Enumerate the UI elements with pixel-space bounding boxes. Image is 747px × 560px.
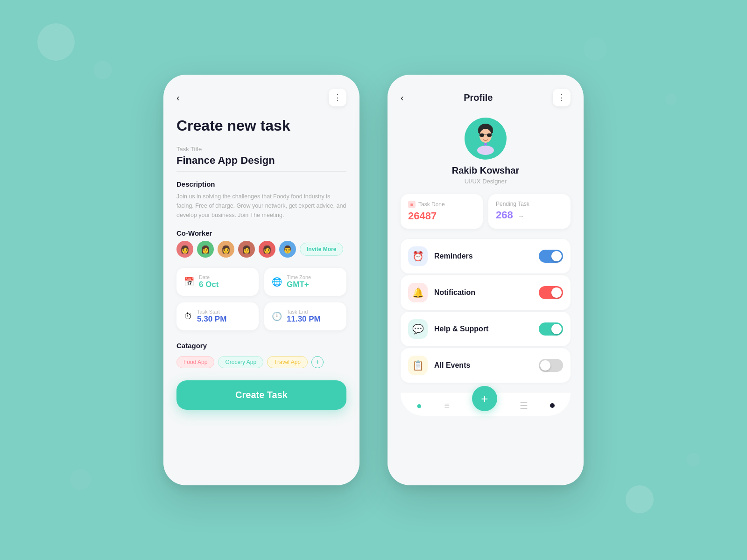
avatar-3[interactable]: 👩 (218, 241, 234, 258)
notification-toggle[interactable] (539, 286, 563, 299)
task-start-card[interactable]: ⏱ Task Start 5.30 PM (176, 302, 259, 330)
profile-title: Profile (404, 92, 553, 103)
all-events-icon: 📋 (412, 360, 424, 371)
task-title-value: Finance App Design (176, 154, 346, 172)
help-support-icon: 💬 (412, 323, 424, 335)
back-button[interactable]: ‹ (176, 92, 180, 103)
notification-icon: 🔔 (412, 287, 424, 298)
create-task-button[interactable]: Create Task (176, 380, 346, 410)
nav-menu-icon[interactable]: ☰ (520, 400, 528, 411)
date-icon: 📅 (184, 277, 194, 287)
timezone-card[interactable]: 🌐 Time Zone GMT+ (264, 268, 346, 296)
task-title-label: Task Title (176, 146, 346, 153)
stats-row: ≡ Task Done 26487 Pending Task 268 → (401, 194, 571, 229)
more-options-button[interactable]: ⋮ (329, 89, 346, 106)
category-grocery-app[interactable]: Grocery App (218, 356, 263, 368)
task-done-value: 26487 (408, 210, 475, 222)
reminders-icon: ⏰ (412, 251, 424, 262)
task-end-label: Task End (287, 309, 321, 315)
pending-task-card[interactable]: Pending Task 268 → (488, 194, 571, 229)
description-text: Join us in solving the challenges that F… (176, 192, 346, 220)
notification-icon-wrap: 🔔 (408, 283, 428, 302)
help-support-icon-wrap: 💬 (408, 319, 428, 339)
pending-arrow: → (518, 212, 524, 220)
invite-more-button[interactable]: Invite More (300, 243, 343, 256)
profile-back-button[interactable]: ‹ (401, 92, 404, 103)
all-events-label: All Events (434, 361, 532, 370)
category-food-app[interactable]: Food App (176, 356, 214, 368)
svg-point-6 (477, 146, 494, 155)
notification-label: Notification (434, 288, 532, 297)
settings-list: ⏰ Reminders 🔔 Notification (401, 239, 571, 383)
timezone-value: GMT+ (287, 280, 311, 289)
task-start-value: 5.30 PM (197, 315, 226, 324)
svg-rect-3 (479, 133, 484, 137)
date-label: Date (199, 274, 219, 280)
create-task-phone: ‹ ⋮ Create new task Task Title Finance A… (163, 75, 359, 485)
profile-header: ‹ Profile ⋮ (401, 89, 571, 106)
coworker-label: Co-Worker (176, 229, 346, 237)
nav-dot-icon[interactable] (550, 403, 555, 408)
task-end-card[interactable]: 🕛 Task End 11.30 PM (264, 302, 346, 330)
task-done-label: ≡ Task Done (408, 201, 475, 208)
pending-task-label: Pending Task (496, 201, 563, 207)
timezone-label: Time Zone (287, 274, 311, 280)
profile-more-options-button[interactable]: ⋮ (553, 89, 571, 106)
category-label: Catagory (176, 342, 346, 350)
add-category-button[interactable]: + (311, 356, 324, 368)
notification-row: 🔔 Notification (401, 275, 571, 310)
all-events-icon-wrap: 📋 (408, 356, 428, 375)
task-end-value: 11.30 PM (287, 315, 321, 324)
task-start-label: Task Start (197, 309, 226, 315)
avatar-5[interactable]: 👩 (259, 241, 275, 258)
help-support-label: Help & Support (434, 325, 532, 333)
user-name: Rakib Kowshar (452, 165, 519, 176)
left-phone-header: ‹ ⋮ (176, 89, 346, 106)
nav-fab-button[interactable]: + (472, 386, 497, 411)
task-start-icon: ⏱ (184, 312, 192, 322)
all-events-row: 📋 All Events (401, 348, 571, 383)
svg-rect-4 (487, 133, 492, 137)
user-role: UI/UX Designer (465, 178, 507, 185)
svg-point-7 (484, 143, 487, 146)
all-events-toggle[interactable] (539, 359, 563, 372)
pending-task-value: 268 → (496, 209, 563, 221)
help-support-toggle[interactable] (539, 322, 563, 336)
task-end-icon: 🕛 (272, 311, 282, 322)
date-timezone-grid: 📅 Date 6 Oct 🌐 Time Zone GMT+ (176, 268, 346, 296)
user-avatar (465, 118, 507, 160)
bottom-nav: ● ≡ + ☰ (401, 392, 571, 416)
help-support-row: 💬 Help & Support (401, 312, 571, 346)
reminders-row: ⏰ Reminders (401, 239, 571, 273)
nav-home-icon[interactable]: ● (416, 400, 422, 411)
category-row: Food App Grocery App Travel App + (176, 356, 346, 368)
page-title: Create new task (176, 117, 346, 134)
date-card[interactable]: 📅 Date 6 Oct (176, 268, 259, 296)
avatar-container: Rakib Kowshar UI/UX Designer (401, 118, 571, 185)
avatar-1[interactable]: 👩 (176, 241, 193, 258)
description-label: Description (176, 180, 346, 188)
avatar-6[interactable]: 👨 (279, 241, 296, 258)
coworker-row: 👩 👩 👩 👩 👩 👨 Invite More (176, 241, 346, 258)
avatar-4[interactable]: 👩 (238, 241, 255, 258)
reminders-icon-wrap: ⏰ (408, 246, 428, 266)
profile-phone: ‹ Profile ⋮ (388, 75, 584, 485)
reminders-label: Reminders (434, 252, 532, 260)
task-done-card[interactable]: ≡ Task Done 26487 (401, 194, 483, 229)
phones-container: ‹ ⋮ Create new task Task Title Finance A… (163, 75, 584, 485)
date-value: 6 Oct (199, 280, 219, 289)
task-done-icon: ≡ (408, 201, 416, 208)
category-travel-app[interactable]: Travel App (267, 356, 308, 368)
time-grid: ⏱ Task Start 5.30 PM 🕛 Task End 11.30 PM (176, 302, 346, 330)
timezone-icon: 🌐 (272, 277, 282, 287)
reminders-toggle[interactable] (539, 250, 563, 263)
nav-list-icon[interactable]: ≡ (444, 400, 450, 411)
avatar-2[interactable]: 👩 (197, 241, 214, 258)
